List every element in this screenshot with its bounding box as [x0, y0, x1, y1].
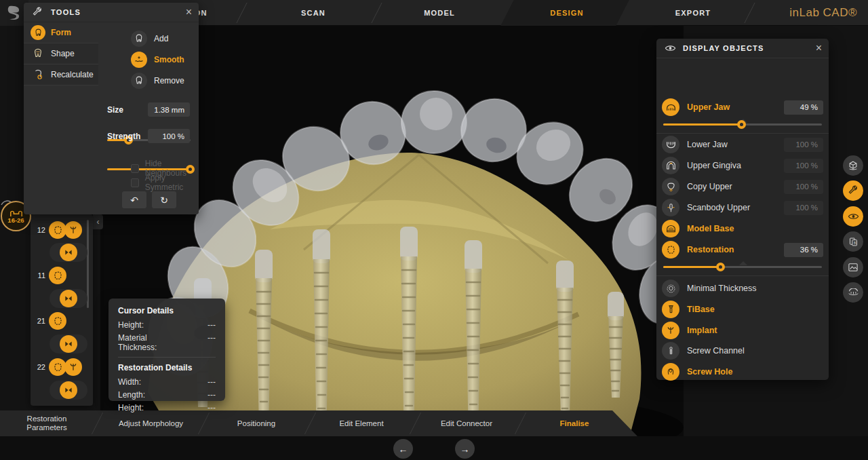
collapse-tooth-panel-button[interactable]: ‹ [93, 214, 103, 229]
tooth-row-11[interactable]: 11 [31, 266, 93, 285]
tools-toggle-button[interactable] [843, 180, 863, 201]
tools-panel-header[interactable]: TOOLS × [24, 3, 199, 22]
next-step-button[interactable]: → [455, 439, 475, 459]
step-adjust-morphology[interactable]: Adjust Morphology [112, 410, 190, 436]
slider-knob[interactable] [737, 120, 746, 129]
tooth-number: 11 [31, 271, 48, 280]
tooth-row-22[interactable]: 22 [31, 358, 93, 377]
size-value[interactable]: 1.38 mm [148, 102, 190, 117]
connector-row[interactable] [31, 243, 93, 262]
step-separator [304, 413, 316, 434]
previous-step-button[interactable]: ← [393, 439, 413, 459]
display-item-value[interactable]: 100 % [784, 159, 823, 173]
tool-action-smooth[interactable]: Smooth [131, 52, 184, 68]
slider-notch [739, 261, 747, 265]
strength-value[interactable]: 100 % [148, 129, 190, 143]
apply-symmetric-checkbox[interactable]: Apply Symmetric [131, 173, 199, 192]
display-objects-panel: DISPLAY OBJECTS × Upper Jaw 49 % Lower J… [656, 39, 829, 380]
tab-export[interactable]: EXPORT [659, 0, 727, 26]
tool-mode-form[interactable]: Form [24, 22, 98, 43]
display-item-value[interactable]: 100 % [784, 180, 823, 194]
display-item-value[interactable]: 100 % [784, 138, 823, 152]
step-edit-connector[interactable]: Edit Connector [426, 410, 507, 436]
connector-row[interactable] [31, 289, 93, 308]
tibase-icon [662, 301, 679, 318]
display-row-copy-upper[interactable]: Copy Upper 100 % [662, 177, 823, 196]
tool-action-remove[interactable]: Remove [131, 73, 184, 89]
display-row-restoration[interactable]: Restoration 36 % [662, 240, 823, 259]
arrow-right-icon: → [460, 444, 470, 455]
display-objects-header[interactable]: DISPLAY OBJECTS × [656, 39, 829, 58]
connector-row[interactable] [31, 381, 93, 400]
minimal-thickness-icon [662, 280, 679, 297]
display-row-scanbody-upper[interactable]: Scanbody Upper 100 % [662, 198, 823, 217]
display-row-screw-channel[interactable]: Screw Channel [662, 341, 823, 360]
tab-design[interactable]: DESIGN [533, 0, 601, 26]
tool-mode-label: Shape [51, 49, 75, 58]
detail-label: Material Thickness: [118, 333, 186, 352]
screenshot-button[interactable] [843, 257, 863, 277]
tool-action-label: Smooth [154, 55, 184, 64]
connector-icon[interactable] [60, 290, 77, 307]
image-icon [848, 263, 859, 272]
step-restoration-parameters[interactable]: Restoration Parameters [9, 410, 84, 436]
undo-button[interactable]: ↶ [122, 191, 146, 208]
display-row-lower-jaw[interactable]: Lower Jaw 100 % [662, 135, 823, 154]
abutment-icon[interactable] [64, 358, 82, 376]
display-item-value[interactable]: 100 % [784, 201, 823, 215]
display-item-label: Upper Jaw [687, 103, 784, 112]
tooth-element-list: 12 11 21 22 [31, 214, 93, 406]
slider-knob[interactable] [716, 263, 725, 271]
close-icon[interactable]: × [816, 43, 822, 54]
display-objects-title: DISPLAY OBJECTS [683, 44, 764, 52]
display-row-upper-jaw[interactable]: Upper Jaw 49 % [662, 98, 823, 117]
nav-separator [371, 3, 382, 23]
display-row-model-base[interactable]: Model Base [662, 219, 823, 238]
tooth-row-21[interactable]: 21 [31, 311, 93, 330]
crown-icon[interactable] [49, 267, 66, 284]
connector-icon[interactable] [60, 381, 77, 399]
display-row-screw-hole[interactable]: Screw Hole [662, 362, 823, 381]
smooth-tool-icon [131, 52, 147, 68]
step-positioning[interactable]: Positioning [216, 410, 297, 436]
close-icon[interactable]: × [186, 7, 192, 18]
tab-scan[interactable]: SCAN [279, 0, 347, 26]
step-separator [515, 413, 526, 434]
tab-model[interactable]: MODEL [406, 0, 473, 26]
connector-icon[interactable] [60, 335, 77, 353]
view-options-button[interactable] [843, 155, 863, 176]
articulator-button[interactable] [843, 282, 863, 303]
restoration-opacity-slider[interactable] [663, 266, 822, 268]
step-finalise[interactable]: Finalise [534, 410, 615, 436]
tools-panel-title: TOOLS [51, 8, 81, 16]
tool-mode-recalculate[interactable]: Recalculate [24, 64, 98, 85]
display-item-label: Screw Hole [687, 368, 823, 377]
abutment-icon[interactable] [64, 221, 82, 239]
display-item-label: Screw Channel [687, 347, 823, 356]
lower-jaw-icon [662, 136, 679, 153]
screw-hole-icon [662, 363, 679, 381]
connector-row[interactable] [31, 334, 93, 353]
upper-jaw-opacity-slider[interactable] [663, 123, 822, 126]
display-item-value[interactable]: 49 % [784, 100, 823, 115]
3d-cube-icon [848, 160, 859, 171]
reset-button[interactable]: ↻ [152, 191, 176, 208]
documents-button[interactable]: B [843, 231, 863, 252]
display-item-label: Restoration [687, 246, 784, 254]
step-edit-element[interactable]: Edit Element [321, 410, 402, 436]
crown-icon[interactable] [49, 312, 66, 330]
display-item-label: Upper Gingiva [687, 161, 784, 170]
bottom-bar [0, 436, 868, 460]
display-objects-toggle-button[interactable] [843, 206, 863, 227]
tooth-number: 12 [31, 226, 48, 234]
display-row-implant[interactable]: Implant [662, 321, 823, 340]
detail-value: --- [208, 377, 216, 387]
display-row-upper-gingiva[interactable]: Upper Gingiva 100 % [662, 156, 823, 175]
display-row-minimal-thickness[interactable]: Minimal Thickness [662, 278, 823, 299]
tool-mode-shape[interactable]: Shape [24, 43, 98, 64]
display-item-value[interactable]: 36 % [784, 243, 823, 257]
connector-icon[interactable] [60, 244, 77, 261]
display-row-tibase[interactable]: TiBase [662, 300, 823, 319]
tool-action-add[interactable]: Add [131, 31, 168, 47]
tooth-row-12[interactable]: 12 [31, 221, 93, 239]
